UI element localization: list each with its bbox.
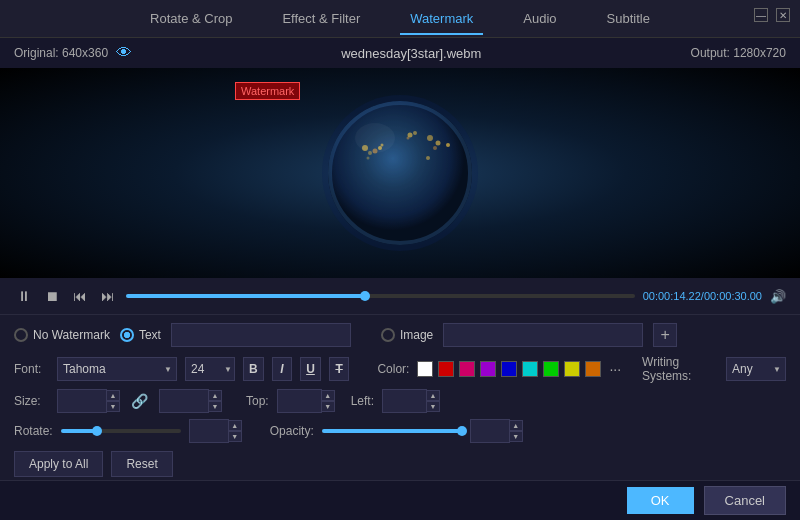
height-down[interactable]: ▼ <box>208 401 222 412</box>
watermark-text-input[interactable]: Watermark <box>171 323 351 347</box>
progress-bar[interactable] <box>126 294 635 298</box>
original-resolution: Original: 640x360 <box>14 46 108 60</box>
image-watermark-radio-group: Image <box>381 328 433 342</box>
bold-button[interactable]: B <box>243 357 264 381</box>
rotate-handle[interactable] <box>92 426 102 436</box>
tab-effect-filter[interactable]: Effect & Filter <box>272 3 370 34</box>
tab-subtitle[interactable]: Subtitle <box>597 3 660 34</box>
link-dimensions-icon[interactable]: 🔗 <box>128 393 151 409</box>
top-up[interactable]: ▲ <box>321 390 335 401</box>
opacity-fill <box>322 429 462 433</box>
font-row: Font: Tahoma 24 B I U T Color: ··· <box>14 355 786 383</box>
reset-button[interactable]: Reset <box>111 451 172 477</box>
left-down[interactable]: ▼ <box>426 401 440 412</box>
image-path-input[interactable] <box>443 323 643 347</box>
apply-to-all-button[interactable]: Apply to All <box>14 451 103 477</box>
left-spinner: 0 ▲ ▼ <box>382 389 440 413</box>
eye-icon[interactable]: 👁 <box>116 44 132 62</box>
font-family-select[interactable]: Tahoma <box>57 357 177 381</box>
italic-button[interactable]: I <box>272 357 293 381</box>
apply-row: Apply to All Reset <box>14 451 786 477</box>
ok-button[interactable]: OK <box>627 487 694 514</box>
underline-button[interactable]: U <box>300 357 321 381</box>
left-up[interactable]: ▲ <box>426 390 440 401</box>
image-watermark-radio[interactable] <box>381 328 395 342</box>
color-white[interactable] <box>417 361 433 377</box>
add-image-button[interactable]: + <box>653 323 677 347</box>
color-blue[interactable] <box>501 361 517 377</box>
opacity-arrows: ▲ ▼ <box>509 420 523 442</box>
height-up[interactable]: ▲ <box>208 390 222 401</box>
width-down[interactable]: ▼ <box>106 401 120 412</box>
color-green[interactable] <box>543 361 559 377</box>
left-input[interactable]: 0 <box>382 389 427 413</box>
close-button[interactable]: ✕ <box>776 8 790 22</box>
font-label: Font: <box>14 362 49 376</box>
tab-bar: Rotate & Crop Effect & Filter Watermark … <box>0 0 800 38</box>
video-canvas <box>0 68 800 278</box>
top-spinner: 0 ▲ ▼ <box>277 389 335 413</box>
rotate-input[interactable]: 0 <box>189 419 229 443</box>
width-spinner: 175 ▲ ▼ <box>57 389 120 413</box>
strikethrough-button[interactable]: T <box>329 357 350 381</box>
svg-point-13 <box>436 141 441 146</box>
time-display: 00:00:14.22/00:00:30.00 <box>643 290 762 302</box>
tab-watermark[interactable]: Watermark <box>400 3 483 34</box>
color-pink[interactable] <box>459 361 475 377</box>
opacity-handle[interactable] <box>457 426 467 436</box>
color-purple[interactable] <box>480 361 496 377</box>
color-yellow[interactable] <box>564 361 580 377</box>
svg-point-15 <box>426 156 430 160</box>
volume-icon[interactable]: 🔊 <box>770 289 786 304</box>
rotate-up[interactable]: ▲ <box>228 420 242 431</box>
opacity-up[interactable]: ▲ <box>509 420 523 431</box>
left-label: Left: <box>351 394 374 408</box>
writing-systems-label: Writing Systems: <box>642 355 718 383</box>
prev-frame-button[interactable]: ⏮ <box>70 286 90 306</box>
left-arrows: ▲ ▼ <box>426 390 440 412</box>
next-frame-button[interactable]: ⏭ <box>98 286 118 306</box>
no-watermark-radio[interactable] <box>14 328 28 342</box>
image-watermark-label[interactable]: Image <box>400 328 433 342</box>
width-up[interactable]: ▲ <box>106 390 120 401</box>
size-label: Size: <box>14 394 49 408</box>
svg-point-16 <box>446 143 450 147</box>
tab-audio[interactable]: Audio <box>513 3 566 34</box>
height-spinner: 41 ▲ ▼ <box>159 389 222 413</box>
no-watermark-radio-group: No Watermark <box>14 328 110 342</box>
opacity-input[interactable]: 100 <box>470 419 510 443</box>
writing-systems-select[interactable]: Any <box>726 357 786 381</box>
opacity-slider[interactable] <box>322 429 462 433</box>
color-red[interactable] <box>438 361 454 377</box>
cancel-button[interactable]: Cancel <box>704 486 786 515</box>
more-colors-button[interactable]: ··· <box>606 361 624 377</box>
opacity-down[interactable]: ▼ <box>509 431 523 442</box>
color-orange[interactable] <box>585 361 601 377</box>
height-input[interactable]: 41 <box>159 389 209 413</box>
opacity-spinner: 100 ▲ ▼ <box>470 419 523 443</box>
progress-handle[interactable] <box>360 291 370 301</box>
writing-systems-wrapper: Any <box>726 357 786 381</box>
rotate-label: Rotate: <box>14 424 53 438</box>
stop-button[interactable]: ⏹ <box>42 286 62 306</box>
text-watermark-radio[interactable] <box>120 328 134 342</box>
color-cyan[interactable] <box>522 361 538 377</box>
rotate-slider[interactable] <box>61 429 181 433</box>
size-row: Size: 175 ▲ ▼ 🔗 41 ▲ ▼ Top: 0 ▲ ▼ Left: <box>14 389 786 413</box>
text-watermark-label[interactable]: Text <box>139 328 161 342</box>
video-info-bar: Original: 640x360 👁 wednesday[3star].web… <box>0 38 800 68</box>
no-watermark-label[interactable]: No Watermark <box>33 328 110 342</box>
top-down[interactable]: ▼ <box>321 401 335 412</box>
top-input[interactable]: 0 <box>277 389 322 413</box>
svg-point-10 <box>413 131 417 135</box>
top-arrows: ▲ ▼ <box>321 390 335 412</box>
rotate-down[interactable]: ▼ <box>228 431 242 442</box>
pause-button[interactable]: ⏸ <box>14 286 34 306</box>
font-size-select[interactable]: 24 <box>185 357 235 381</box>
earth-graphic <box>320 93 480 253</box>
minimize-button[interactable]: — <box>754 8 768 22</box>
width-input[interactable]: 175 <box>57 389 107 413</box>
bottom-bar: OK Cancel <box>0 480 800 520</box>
tab-rotate-crop[interactable]: Rotate & Crop <box>140 3 242 34</box>
text-watermark-radio-group: Text <box>120 328 161 342</box>
